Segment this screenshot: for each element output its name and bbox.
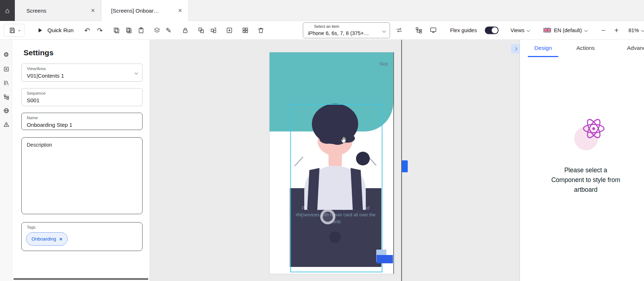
home-icon: ⌂ (5, 7, 9, 15)
sidebar-item-components[interactable] (0, 64, 12, 74)
toolbar: Quick Run ↶ ↷ ✎ (0, 21, 644, 40)
device-select[interactable]: Select an item iPhone 6, 6s, 7, 8 (375×… (303, 22, 390, 38)
group-button[interactable] (197, 26, 205, 34)
view-area-label: View/Area (27, 66, 46, 71)
views-dropdown[interactable]: Views (510, 27, 530, 33)
flex-guides-toggle[interactable] (485, 26, 499, 34)
library-icon (3, 80, 9, 86)
layers-icon (153, 26, 161, 34)
quick-run-label: Quick Run (47, 27, 73, 34)
tags-field[interactable]: Tags Onboarding × (21, 222, 143, 251)
pencil-icon: ✎ (166, 27, 171, 34)
tab-bar: ⌂ Screens × [Screens] Onboar… × (0, 0, 644, 21)
language-dropdown[interactable]: EN (default) (543, 27, 587, 33)
save-button[interactable] (4, 24, 25, 37)
empty-state-line: artboard (539, 185, 633, 195)
toggle-knob (492, 27, 498, 33)
delete-button[interactable] (257, 26, 265, 34)
name-field[interactable]: Name Onboarding Step 1 (21, 113, 143, 130)
selection-box[interactable] (290, 104, 382, 272)
close-icon[interactable]: × (59, 236, 62, 242)
chevron-down-icon (641, 29, 644, 32)
collapse-panel-button[interactable] (511, 44, 520, 53)
zoom-level-dropdown[interactable]: 81% (628, 27, 644, 33)
tag-chip-label: Onboarding (31, 236, 56, 242)
tab-screens[interactable]: Screens × (15, 0, 101, 21)
skip-link[interactable]: Skip (379, 61, 388, 66)
save-icon (8, 26, 16, 34)
sync-icon (395, 26, 403, 34)
gear-icon: ⚙ (3, 52, 9, 58)
views-label: Views (510, 27, 524, 33)
undo-button[interactable]: ↶ (84, 27, 90, 34)
sync-button[interactable] (395, 26, 403, 34)
minus-icon: − (601, 26, 606, 34)
left-icon-strip: ⚙ (0, 40, 12, 281)
preview-button[interactable] (429, 26, 437, 34)
page-title: Settings (24, 48, 54, 57)
description-field[interactable]: Description (21, 137, 143, 214)
sequence-field[interactable]: Sequence S001 (21, 88, 143, 106)
tab-design[interactable]: Design (534, 45, 552, 51)
monitor-icon (429, 26, 437, 34)
hand-cursor (339, 135, 349, 144)
sidebar-item-localization[interactable] (0, 105, 12, 116)
sidebar-item-library[interactable] (0, 77, 12, 88)
tags-label: Tags (27, 225, 35, 229)
active-tab-underline (528, 56, 558, 57)
panel-splitter-handle[interactable] (402, 160, 408, 172)
group-icon (197, 26, 205, 34)
trash-icon (257, 26, 265, 34)
lock-button[interactable] (181, 26, 189, 34)
canvas[interactable]: Skip Payment Pay for your favorite produ… (150, 40, 520, 281)
artboard-iphone[interactable]: Skip Payment Pay for your favorite produ… (269, 52, 394, 274)
tab-advanced[interactable]: Advanced (627, 45, 644, 51)
close-icon[interactable]: × (89, 7, 97, 14)
horizontal-scrollbar[interactable] (13, 278, 148, 280)
layout-grid-button[interactable] (241, 26, 249, 34)
grid-icon (241, 26, 249, 34)
view-area-value: V01|Contents 1 (27, 73, 64, 79)
copy-button[interactable] (113, 26, 120, 34)
chevron-down-icon (18, 29, 20, 31)
add-screen-button[interactable] (225, 26, 233, 34)
home-button[interactable]: ⌂ (0, 0, 15, 21)
duplicate-button[interactable] (125, 26, 133, 34)
close-icon[interactable]: × (176, 7, 184, 14)
sequence-label: Sequence (27, 91, 46, 95)
zoom-out-button[interactable]: − (601, 26, 606, 34)
edit-button[interactable]: ✎ (166, 27, 171, 34)
plus-icon: + (614, 26, 619, 34)
view-area-select[interactable]: View/Area V01|Contents 1 (21, 64, 143, 82)
name-value: Onboarding Step 1 (27, 122, 72, 128)
globe-icon (3, 108, 9, 114)
tag-chip-onboarding[interactable]: Onboarding × (26, 232, 68, 246)
toggle-on (485, 26, 499, 34)
layers-button[interactable] (153, 26, 161, 34)
zoom-in-button[interactable]: + (614, 26, 619, 34)
language-label: EN (default) (554, 27, 582, 33)
duplicate-icon (125, 26, 133, 34)
selection-handle-blue[interactable] (377, 255, 393, 263)
empty-state-message: Please select a Component to style from … (539, 165, 633, 195)
sidebar-item-screen-tree[interactable] (0, 91, 12, 102)
undo-icon: ↶ (84, 27, 90, 34)
atom-icon (581, 116, 606, 141)
zoom-level: 81% (628, 27, 639, 33)
lock-icon (181, 26, 189, 34)
sidebar-item-settings[interactable]: ⚙ (0, 49, 12, 60)
screen-tree-button[interactable] (415, 26, 423, 34)
quick-run-button[interactable]: Quick Run (36, 26, 73, 34)
tab-actions[interactable]: Actions (576, 45, 595, 51)
paste-button[interactable] (137, 26, 145, 34)
ungroup-icon (209, 26, 217, 34)
redo-button[interactable]: ↷ (97, 27, 103, 34)
flex-guides-label: Flex guides (450, 27, 477, 33)
chevron-down-icon (584, 29, 588, 32)
tab-screens-onboarding[interactable]: [Screens] Onboar… × (101, 0, 188, 21)
ungroup-button[interactable] (209, 26, 217, 34)
add-frame-icon (225, 26, 233, 34)
chevron-right-icon (513, 47, 517, 51)
sidebar-item-warnings[interactable] (0, 119, 12, 130)
paste-icon (137, 26, 145, 34)
